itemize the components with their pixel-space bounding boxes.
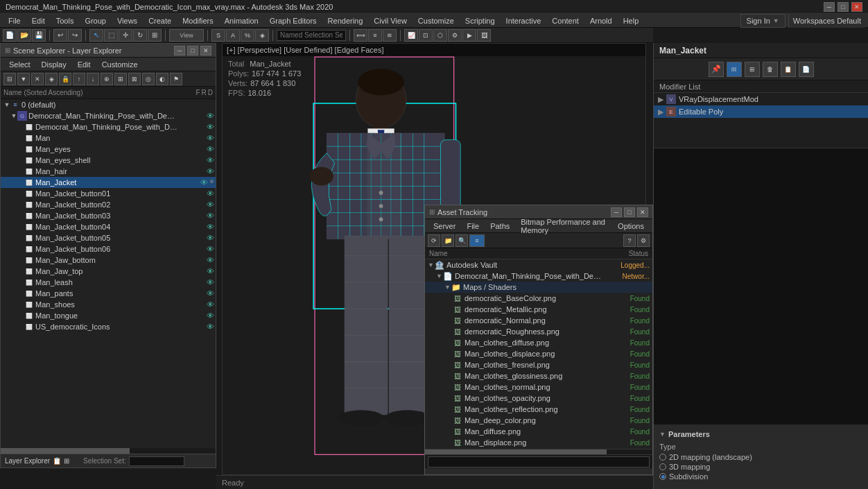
ap-row-clothes-fresnel[interactable]: 🖼 Man_clothes_fresnel.png Found — [425, 359, 652, 370]
se-row-jacket-btn03[interactable]: ▶ ⬜ Man_Jacket_button03 👁 — [1, 210, 216, 221]
rp-icon-2[interactable]: III — [727, 62, 742, 77]
se-lock[interactable]: 🔒 — [59, 73, 71, 85]
ap-row-clothes-diffuse[interactable]: 🖼 Man_clothes_diffuse.png Found — [425, 337, 652, 348]
radio-3d-mapping[interactable]: 3D mapping — [659, 463, 862, 471]
ap-tool-1[interactable]: ⟳ — [428, 234, 440, 247]
select-region-button[interactable]: ⬚ — [104, 29, 118, 42]
ap-expand-vault[interactable]: ▼ — [428, 261, 435, 268]
reference-button[interactable]: View — [169, 29, 204, 42]
ap-row-diffuse[interactable]: 🖼 Man_diffuse.png Found — [425, 426, 652, 437]
ap-menu-server[interactable]: Server — [428, 221, 461, 232]
ap-tool-4[interactable]: ≡ — [469, 234, 485, 247]
snap-toggle[interactable]: S — [211, 29, 225, 42]
scene-explorer-titlebar[interactable]: ⊞ Scene Explorer - Layer Explorer ─ □ ✕ — [1, 44, 216, 58]
radio-2d-mapping[interactable]: 2D mapping (landscape) — [659, 453, 862, 461]
se-row-man-jacket[interactable]: ▶ ⬜ Man_Jacket 👁⊕ — [1, 177, 216, 188]
ap-minimize-button[interactable]: ─ — [611, 207, 622, 217]
mod-expand-vray[interactable]: ▶ — [658, 95, 666, 104]
modifier-editable-poly[interactable]: ▶ E Editable Poly — [654, 105, 868, 118]
menu-modifiers[interactable]: Modifiers — [177, 15, 219, 26]
se-menu-customize[interactable]: Customize — [96, 59, 144, 70]
ap-row-displace[interactable]: 🖼 Man_displace.png Found — [425, 437, 652, 448]
se-row-democrat-group[interactable]: ▼ G Democrat_Man_Thinking_Pose_with_Demo… — [1, 110, 216, 121]
se-menu-select[interactable]: Select — [3, 59, 36, 70]
menu-views[interactable]: Views — [112, 15, 143, 26]
menu-arnold[interactable]: Arnold — [584, 15, 618, 26]
mirror-button[interactable]: ⟺ — [354, 29, 367, 42]
graph-editors-button[interactable]: 📈 — [404, 29, 418, 42]
se-row-jacket-btn02[interactable]: ▶ ⬜ Man_Jacket_button02 👁 — [1, 199, 216, 210]
se-row-man[interactable]: ▶ ⬜ Man 👁 — [1, 132, 216, 144]
maximize-button[interactable]: □ — [837, 2, 849, 12]
se-filter-button[interactable]: ⊟ — [3, 73, 16, 85]
radio-dot-subdiv[interactable] — [659, 473, 666, 480]
se-menu-edit[interactable]: Edit — [72, 59, 96, 70]
menu-interactive[interactable]: Interactive — [501, 15, 547, 26]
se-row-shoes[interactable]: ▶ ⬜ Man_shoes 👁 — [1, 299, 216, 310]
radio-dot-3d[interactable] — [659, 463, 666, 470]
selection-set-input[interactable] — [129, 456, 184, 466]
ap-row-vault[interactable]: ▼ 🏦 Autodesk Vault Logged... — [425, 259, 652, 271]
radio-dot-2d[interactable] — [659, 454, 666, 461]
se-expand-all[interactable]: ▼ — [17, 73, 30, 85]
ap-menu-bitmap[interactable]: Bitmap Performance and Memory — [515, 216, 612, 236]
se-tool8[interactable]: ◎ — [142, 73, 155, 85]
ap-expand-main-file[interactable]: ▼ — [436, 273, 443, 280]
ap-tool-settings[interactable]: ⚙ — [637, 234, 650, 247]
se-menu-display[interactable]: Display — [36, 59, 72, 70]
asset-horizontal-scrollbar[interactable] — [425, 449, 652, 454]
se-row-jacket-btn01[interactable]: ▶ ⬜ Man_Jacket_button01 👁 — [1, 188, 216, 199]
se-tool5[interactable]: ⊕ — [101, 73, 113, 85]
se-tool3[interactable]: ↑ — [73, 73, 85, 85]
ap-menu-paths[interactable]: Paths — [485, 221, 515, 232]
menu-graph-editors[interactable]: Graph Editors — [264, 15, 322, 26]
menu-animation[interactable]: Animation — [219, 15, 264, 26]
percent-snap[interactable]: % — [241, 29, 254, 42]
se-minimize-button[interactable]: ─ — [174, 46, 185, 55]
ap-tool-help[interactable]: ? — [623, 234, 636, 247]
se-row-us-dem[interactable]: ▶ ⬜ US_democratic_Icons 👁 — [1, 321, 216, 332]
workspace-selector[interactable]: Workspaces Default — [788, 14, 865, 28]
rp-icon-5[interactable]: 📋 — [781, 62, 796, 77]
undo-button[interactable]: ↩ — [53, 29, 67, 42]
ap-close-button[interactable]: ✕ — [637, 207, 648, 217]
se-row-jaw-top[interactable]: ▶ ⬜ Man_Jaw_top 👁 — [1, 266, 216, 277]
rp-icon-4[interactable]: 🗑 — [763, 62, 778, 77]
se-row-man-eyes[interactable]: ▶ ⬜ Man_eyes 👁 — [1, 144, 216, 155]
se-row-0default[interactable]: ▼ ≡ 0 (default) — [1, 99, 216, 110]
menu-rendering[interactable]: Rendering — [322, 15, 369, 26]
se-tool9[interactable]: ◐ — [156, 73, 168, 85]
move-button[interactable]: ✛ — [119, 29, 132, 42]
redo-button[interactable]: ↪ — [68, 29, 82, 42]
ap-expand-maps[interactable]: ▼ — [444, 284, 451, 291]
open-button[interactable]: 📂 — [17, 29, 31, 42]
named-selection-input[interactable] — [277, 30, 346, 41]
ap-row-clothes-reflection[interactable]: 🖼 Man_clothes_reflection.png Found — [425, 404, 652, 415]
spinner-snap[interactable]: ◈ — [255, 29, 269, 42]
ap-menu-file[interactable]: File — [461, 221, 485, 232]
se-tool7[interactable]: ⊠ — [128, 73, 141, 85]
align-button[interactable]: ≡ — [368, 29, 382, 42]
angle-snap[interactable]: A — [226, 29, 240, 42]
render-button[interactable]: ▶ — [462, 29, 476, 42]
se-row-man-hair[interactable]: ▶ ⬜ Man_hair 👁 — [1, 166, 216, 177]
save-button[interactable]: 💾 — [32, 29, 46, 42]
ap-row-maps-group[interactable]: ▼ 📁 Maps / Shaders — [425, 282, 652, 293]
se-row-jacket-btn04[interactable]: ▶ ⬜ Man_Jacket_button04 👁 — [1, 221, 216, 232]
modifier-vray-disp[interactable]: ▶ V VRayDisplacementMod — [654, 93, 868, 105]
se-expand-democrat-group[interactable]: ▼ — [10, 112, 17, 119]
minimize-button[interactable]: ─ — [824, 2, 835, 12]
ap-row-normal[interactable]: 🖼 democratic_Normal.png Found — [425, 315, 652, 326]
rp-icon-1[interactable]: 📌 — [709, 62, 724, 77]
select-button[interactable]: ↖ — [89, 29, 103, 42]
menu-content[interactable]: Content — [546, 15, 584, 26]
se-close-button[interactable]: ✕ — [200, 46, 211, 55]
ap-row-metallic[interactable]: 🖼 democratic_Metallic.png Found — [425, 304, 652, 315]
menu-group[interactable]: Group — [79, 15, 112, 26]
se-row-jaw-bottom[interactable]: ▶ ⬜ Man_Jaw_bottom 👁 — [1, 255, 216, 266]
close-button[interactable]: ✕ — [851, 2, 862, 12]
se-tool10[interactable]: ⚑ — [170, 73, 182, 85]
ap-tool-3[interactable]: 🔍 — [455, 234, 468, 247]
se-tool1[interactable]: ✕ — [31, 73, 44, 85]
ap-row-clothes-opacity[interactable]: 🖼 Man_clothes_opacity.png Found — [425, 393, 652, 404]
